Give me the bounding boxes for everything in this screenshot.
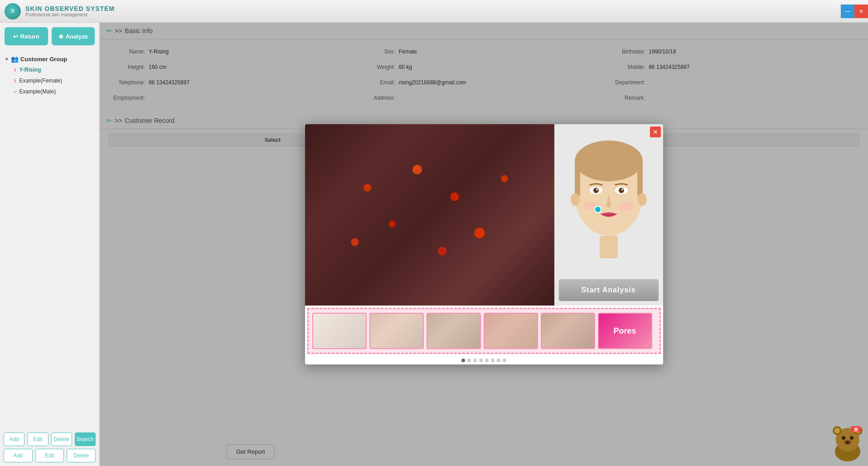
dot-3[interactable]: [473, 359, 477, 362]
customer-group-root[interactable]: ▼ 👥 Customer Group: [4, 53, 96, 64]
face-map-container: [554, 124, 663, 275]
close-button[interactable]: ✕: [854, 5, 868, 18]
start-analysis-button[interactable]: Start Analysis: [559, 279, 659, 301]
person-icon-female: ♀: [13, 66, 18, 73]
film-thumb-1[interactable]: [312, 313, 367, 349]
add-button-2[interactable]: Add: [4, 449, 33, 462]
bottom-row-1: Add Edit Delete Search: [4, 432, 96, 446]
film-thumb-5[interactable]: [541, 313, 595, 349]
edit-button[interactable]: Edit: [27, 432, 48, 446]
svg-point-24: [846, 441, 849, 444]
svg-rect-0: [600, 236, 618, 258]
film-thumb-3[interactable]: [427, 313, 481, 349]
content-area: ✏ >> Basic Info Name: Y-Rising Sex: Fema…: [100, 23, 868, 466]
pores-label[interactable]: Pores: [598, 313, 652, 349]
filmstrip: Pores: [307, 308, 661, 354]
dot-1[interactable]: [461, 359, 465, 362]
sidebar-item-example-female[interactable]: ♀ Example(Female): [4, 75, 96, 86]
expand-icon: ▼: [5, 57, 9, 62]
dots-indicator: [305, 356, 663, 364]
modal-close-button[interactable]: ✕: [650, 126, 661, 137]
svg-point-22: [850, 436, 853, 440]
analysis-modal: ✕: [305, 124, 663, 364]
top-buttons: ↩ Return ⊕ Analyze: [0, 23, 99, 50]
tree-section: ▼ 👥 Customer Group ♀ Y-Rising ♀ Example(…: [0, 50, 99, 429]
sidebar-bottom-buttons: Add Edit Delete Search Add Edit Delete: [0, 429, 99, 466]
face-position-dot[interactable]: [594, 206, 601, 213]
person-icon-male: ♂: [13, 88, 18, 95]
svg-point-14: [618, 202, 634, 211]
svg-rect-3: [575, 161, 580, 197]
return-button[interactable]: ↩ Return: [5, 27, 48, 45]
minimize-button[interactable]: —: [841, 5, 854, 18]
svg-point-5: [571, 193, 580, 206]
film-thumb-4[interactable]: [484, 313, 538, 349]
delete-button[interactable]: Delete: [51, 432, 72, 446]
svg-point-10: [619, 188, 624, 193]
search-button[interactable]: Search: [75, 432, 96, 446]
sidebar: ↩ Return ⊕ Analyze ▼ 👥 Customer Group ♀ …: [0, 23, 100, 466]
svg-text:英: 英: [853, 427, 858, 432]
dot-6[interactable]: [491, 359, 495, 362]
dot-2[interactable]: [467, 359, 471, 362]
app-logo: S: [5, 3, 21, 19]
svg-point-21: [842, 436, 845, 440]
sidebar-item-example-male[interactable]: ♂ Example(Male): [4, 86, 96, 97]
dot-5[interactable]: [485, 359, 489, 362]
group-icon: 👥: [11, 55, 19, 63]
face-svg: [563, 136, 654, 263]
svg-point-9: [593, 188, 599, 193]
window-controls: — ✕: [841, 0, 868, 23]
bear-svg: 英: [832, 425, 863, 461]
return-icon: ↩: [13, 33, 18, 40]
skin-image-panel: [305, 124, 554, 306]
svg-point-12: [621, 189, 623, 190]
svg-point-6: [638, 193, 647, 206]
sidebar-item-y-rising[interactable]: ♀ Y-Rising: [4, 64, 96, 75]
bear-mascot[interactable]: 英: [832, 425, 863, 461]
add-button[interactable]: Add: [4, 432, 24, 446]
svg-point-11: [596, 189, 598, 190]
edit-button-2[interactable]: Edit: [35, 449, 64, 462]
svg-point-2: [575, 141, 643, 181]
analyze-button[interactable]: ⊕ Analyze: [52, 27, 95, 45]
person-icon-female-2: ♀: [13, 77, 18, 84]
face-map-panel: Start Analysis: [554, 124, 663, 306]
face-map: [563, 136, 654, 263]
dot-7[interactable]: [497, 359, 500, 362]
main-layout: ↩ Return ⊕ Analyze ▼ 👥 Customer Group ♀ …: [0, 23, 868, 466]
app-title: SKIN OBSERVED SYSTEM: [25, 5, 115, 12]
dot-4[interactable]: [479, 359, 483, 362]
app-subtitle: Professional skin management: [25, 12, 115, 17]
dot-8[interactable]: [503, 359, 506, 362]
delete-button-2[interactable]: Delete: [67, 449, 96, 462]
svg-rect-4: [637, 161, 643, 197]
svg-point-18: [834, 428, 840, 433]
modal-body: Start Analysis: [305, 124, 663, 306]
title-bar: S SKIN OBSERVED SYSTEM Professional skin…: [0, 0, 868, 23]
skin-microscope-image: [305, 124, 554, 306]
film-thumb-2[interactable]: [369, 313, 424, 349]
modal-overlay: ✕: [100, 23, 868, 466]
analyze-icon: ⊕: [58, 33, 63, 40]
bottom-row-2: Add Edit Delete: [4, 449, 96, 462]
